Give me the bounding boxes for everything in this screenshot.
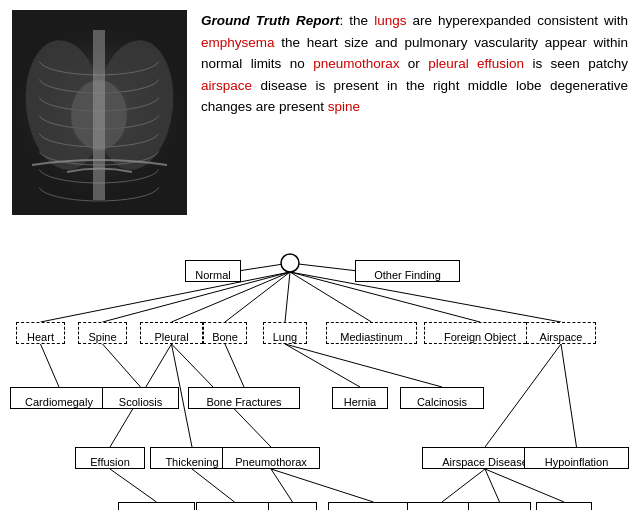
svg-line-6 xyxy=(285,272,290,322)
svg-line-14 xyxy=(285,344,442,387)
svg-line-11 xyxy=(103,344,141,387)
svg-line-10 xyxy=(41,344,60,387)
svg-line-18 xyxy=(485,344,561,447)
report-pneumothorax: pneumothorax xyxy=(313,56,399,71)
report-pleural: pleural effusion xyxy=(428,56,524,71)
svg-line-19 xyxy=(561,344,577,447)
report-text: Ground Truth Report: the lungs are hyper… xyxy=(201,10,628,220)
report-lungs: lungs xyxy=(374,13,406,28)
svg-line-21 xyxy=(192,469,235,502)
report-colon: : the xyxy=(340,13,375,28)
report-t5: disease is present in the right middle l… xyxy=(201,78,628,115)
kg-node-mediastinum: Mediastinum xyxy=(326,322,417,344)
kg-node-foreign_object: Foreign Object xyxy=(424,322,536,344)
kg-node-hernia: Hernia xyxy=(332,387,388,409)
kg-node-pleural: Pleural xyxy=(140,322,203,344)
kg-node-normal: Normal xyxy=(185,260,241,282)
kg-node-airspace: Airspace xyxy=(526,322,596,344)
kg-node-scoliosis: Scoliosis xyxy=(102,387,179,409)
svg-line-2 xyxy=(41,272,291,322)
report-spine: spine xyxy=(328,99,360,114)
kg-node-other_finding: Other Finding xyxy=(355,260,460,282)
top-section: Ground Truth Report: the lungs are hyper… xyxy=(0,0,640,230)
report-t1: are hyperexpanded consistent with xyxy=(406,13,628,28)
report-t3: or xyxy=(399,56,428,71)
svg-line-23 xyxy=(271,469,374,502)
kg-node-lesion: Lesion xyxy=(536,502,592,510)
svg-point-27 xyxy=(281,254,299,272)
report-t4: is seen patchy xyxy=(524,56,628,71)
graph-container: NormalOther FindingHeartSpinePleuralBone… xyxy=(10,252,630,510)
svg-line-20 xyxy=(110,469,157,502)
kg-node-cardiomegaly: Cardiomegaly xyxy=(10,387,108,409)
kg-node-pneumothorax: Pneumothorax xyxy=(222,447,320,469)
kg-node-atelectasis: Atelectasis xyxy=(328,502,419,510)
kg-section: NormalOther FindingHeartSpinePleuralBone… xyxy=(0,230,640,510)
kg-node-heart: Heart xyxy=(16,322,65,344)
kg-node-bone: Bone xyxy=(203,322,247,344)
kg-node-effusion: Effusion xyxy=(75,447,145,469)
kg-node-spine: Spine xyxy=(78,322,127,344)
report-emphysema: emphysema xyxy=(201,35,275,50)
kg-node-edema: Edema xyxy=(268,502,317,510)
svg-line-12 xyxy=(225,344,244,387)
kg-node-lung: Lung xyxy=(263,322,307,344)
kg-node-opacity: Opacity xyxy=(468,502,531,510)
kg-node-cicatrix: Cicatrix xyxy=(407,502,477,510)
svg-line-1 xyxy=(290,263,358,271)
xray-image xyxy=(12,10,187,215)
kg-node-calcinosis: Calcinosis xyxy=(400,387,484,409)
kg-node-emphysema: Emphysema xyxy=(118,502,195,510)
kg-node-bone_fractures: Bone Fractures xyxy=(188,387,300,409)
report-airspace: airspace xyxy=(201,78,252,93)
svg-line-22 xyxy=(271,469,293,502)
report-label: Ground Truth Report xyxy=(201,13,340,28)
svg-line-13 xyxy=(285,344,360,387)
kg-node-pneumonia: Pneumonia xyxy=(196,502,273,510)
svg-line-24 xyxy=(442,469,485,502)
kg-node-hypoinflation: Hypoinflation xyxy=(524,447,629,469)
